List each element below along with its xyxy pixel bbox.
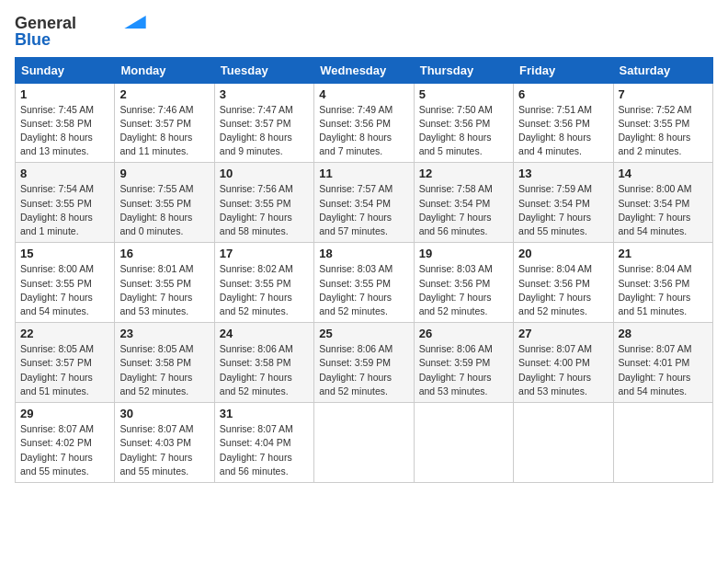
day-number: 25 — [319, 327, 408, 340]
calendar-cell: 30 Sunrise: 8:07 AMSunset: 4:03 PMDaylig… — [115, 403, 214, 483]
calendar-body: 1 Sunrise: 7:45 AMSunset: 3:58 PMDayligh… — [16, 83, 713, 482]
day-detail: Sunrise: 8:07 AMSunset: 4:00 PMDaylight:… — [518, 342, 608, 398]
day-detail: Sunrise: 8:07 AMSunset: 4:03 PMDaylight:… — [119, 422, 209, 478]
svg-marker-0 — [124, 16, 145, 29]
day-detail: Sunrise: 8:06 AMSunset: 3:58 PMDaylight:… — [220, 342, 309, 398]
day-detail: Sunrise: 7:49 AMSunset: 3:56 PMDaylight:… — [319, 103, 408, 159]
calendar-cell: 24 Sunrise: 8:06 AMSunset: 3:58 PMDaylig… — [214, 323, 313, 403]
day-detail: Sunrise: 8:06 AMSunset: 3:59 PMDaylight:… — [319, 342, 408, 398]
day-detail: Sunrise: 8:07 AMSunset: 4:01 PMDaylight:… — [619, 342, 708, 398]
day-detail: Sunrise: 7:55 AMSunset: 3:55 PMDaylight:… — [119, 182, 209, 238]
day-number: 22 — [20, 327, 109, 340]
day-detail: Sunrise: 7:52 AMSunset: 3:55 PMDaylight:… — [619, 103, 708, 159]
day-number: 24 — [220, 327, 309, 340]
calendar-cell: 21 Sunrise: 8:04 AMSunset: 3:56 PMDaylig… — [613, 243, 712, 323]
day-number: 31 — [220, 407, 309, 420]
day-detail: Sunrise: 8:05 AMSunset: 3:57 PMDaylight:… — [20, 342, 109, 398]
day-number: 14 — [619, 167, 708, 180]
day-detail: Sunrise: 7:58 AMSunset: 3:54 PMDaylight:… — [419, 182, 508, 238]
day-detail: Sunrise: 8:00 AMSunset: 3:55 PMDaylight:… — [20, 262, 109, 318]
day-number: 26 — [419, 327, 508, 340]
calendar-cell: 16 Sunrise: 8:01 AMSunset: 3:55 PMDaylig… — [115, 243, 214, 323]
calendar-cell: 8 Sunrise: 7:54 AMSunset: 3:55 PMDayligh… — [16, 163, 115, 243]
day-detail: Sunrise: 7:54 AMSunset: 3:55 PMDaylight:… — [20, 182, 109, 238]
calendar-cell: 5 Sunrise: 7:50 AMSunset: 3:56 PMDayligh… — [414, 83, 513, 163]
day-number: 17 — [220, 247, 309, 260]
calendar-cell: 18 Sunrise: 8:03 AMSunset: 3:55 PMDaylig… — [314, 243, 414, 323]
day-number: 16 — [119, 247, 209, 260]
day-number: 30 — [119, 407, 209, 420]
calendar-cell: 28 Sunrise: 8:07 AMSunset: 4:01 PMDaylig… — [613, 323, 712, 403]
calendar-cell: 17 Sunrise: 8:02 AMSunset: 3:55 PMDaylig… — [214, 243, 313, 323]
day-number: 6 — [518, 87, 608, 101]
calendar-cell: 19 Sunrise: 8:03 AMSunset: 3:56 PMDaylig… — [414, 243, 513, 323]
day-number: 20 — [518, 247, 608, 260]
day-number: 9 — [119, 167, 209, 180]
calendar-cell: 25 Sunrise: 8:06 AMSunset: 3:59 PMDaylig… — [314, 323, 414, 403]
day-number: 1 — [20, 87, 109, 101]
day-detail: Sunrise: 7:51 AMSunset: 3:56 PMDaylight:… — [518, 103, 608, 159]
calendar-cell: 10 Sunrise: 7:56 AMSunset: 3:55 PMDaylig… — [214, 163, 313, 243]
day-number: 21 — [619, 247, 708, 260]
day-number: 18 — [319, 247, 408, 260]
calendar-cell: 9 Sunrise: 7:55 AMSunset: 3:55 PMDayligh… — [115, 163, 214, 243]
calendar-cell: 4 Sunrise: 7:49 AMSunset: 3:56 PMDayligh… — [314, 83, 414, 163]
day-detail: Sunrise: 8:00 AMSunset: 3:54 PMDaylight:… — [619, 182, 708, 238]
calendar-header-saturday: Saturday — [613, 57, 712, 83]
calendar-table: SundayMondayTuesdayWednesdayThursdayFrid… — [15, 57, 713, 483]
day-number: 5 — [419, 87, 508, 101]
calendar-cell: 7 Sunrise: 7:52 AMSunset: 3:55 PMDayligh… — [613, 83, 712, 163]
calendar-week-4: 22 Sunrise: 8:05 AMSunset: 3:57 PMDaylig… — [16, 323, 713, 403]
day-number: 12 — [419, 167, 508, 180]
day-number: 7 — [619, 87, 708, 101]
day-number: 2 — [119, 87, 209, 101]
calendar-cell: 3 Sunrise: 7:47 AMSunset: 3:57 PMDayligh… — [214, 83, 313, 163]
day-detail: Sunrise: 8:02 AMSunset: 3:55 PMDaylight:… — [220, 262, 309, 318]
day-number: 11 — [319, 167, 408, 180]
calendar-cell: 27 Sunrise: 8:07 AMSunset: 4:00 PMDaylig… — [514, 323, 613, 403]
day-detail: Sunrise: 7:59 AMSunset: 3:54 PMDaylight:… — [518, 182, 608, 238]
calendar-header-sunday: Sunday — [16, 57, 115, 83]
day-number: 27 — [518, 327, 608, 340]
calendar-week-3: 15 Sunrise: 8:00 AMSunset: 3:55 PMDaylig… — [16, 243, 713, 323]
day-number: 19 — [419, 247, 508, 260]
day-number: 3 — [220, 87, 309, 101]
calendar-cell: 13 Sunrise: 7:59 AMSunset: 3:54 PMDaylig… — [514, 163, 613, 243]
calendar-cell — [514, 403, 613, 483]
day-number: 8 — [20, 167, 109, 180]
logo-blue: Blue — [15, 31, 51, 50]
calendar-week-2: 8 Sunrise: 7:54 AMSunset: 3:55 PMDayligh… — [16, 163, 713, 243]
day-detail: Sunrise: 8:07 AMSunset: 4:02 PMDaylight:… — [20, 422, 109, 478]
day-detail: Sunrise: 8:05 AMSunset: 3:58 PMDaylight:… — [119, 342, 209, 398]
day-detail: Sunrise: 7:56 AMSunset: 3:55 PMDaylight:… — [220, 182, 309, 238]
calendar-header-thursday: Thursday — [414, 57, 513, 83]
calendar-header-tuesday: Tuesday — [214, 57, 313, 83]
day-detail: Sunrise: 7:57 AMSunset: 3:54 PMDaylight:… — [319, 182, 408, 238]
day-number: 29 — [20, 407, 109, 420]
day-number: 4 — [319, 87, 408, 101]
calendar-cell: 6 Sunrise: 7:51 AMSunset: 3:56 PMDayligh… — [514, 83, 613, 163]
calendar-cell: 26 Sunrise: 8:06 AMSunset: 3:59 PMDaylig… — [414, 323, 513, 403]
calendar-header-monday: Monday — [115, 57, 214, 83]
day-number: 10 — [220, 167, 309, 180]
calendar-cell: 14 Sunrise: 8:00 AMSunset: 3:54 PMDaylig… — [613, 163, 712, 243]
calendar-header-row: SundayMondayTuesdayWednesdayThursdayFrid… — [16, 57, 713, 83]
day-detail: Sunrise: 8:04 AMSunset: 3:56 PMDaylight:… — [619, 262, 708, 318]
calendar-cell — [613, 403, 712, 483]
calendar-cell: 22 Sunrise: 8:05 AMSunset: 3:57 PMDaylig… — [16, 323, 115, 403]
calendar-cell: 20 Sunrise: 8:04 AMSunset: 3:56 PMDaylig… — [514, 243, 613, 323]
calendar-cell: 29 Sunrise: 8:07 AMSunset: 4:02 PMDaylig… — [16, 403, 115, 483]
day-detail: Sunrise: 8:06 AMSunset: 3:59 PMDaylight:… — [419, 342, 508, 398]
page-header: General Blue — [15, 15, 713, 50]
day-detail: Sunrise: 7:47 AMSunset: 3:57 PMDaylight:… — [220, 103, 309, 159]
calendar-week-5: 29 Sunrise: 8:07 AMSunset: 4:02 PMDaylig… — [16, 403, 713, 483]
calendar-cell: 2 Sunrise: 7:46 AMSunset: 3:57 PMDayligh… — [115, 83, 214, 163]
day-detail: Sunrise: 8:04 AMSunset: 3:56 PMDaylight:… — [518, 262, 608, 318]
logo: General Blue — [15, 15, 146, 50]
calendar-cell: 31 Sunrise: 8:07 AMSunset: 4:04 PMDaylig… — [214, 403, 313, 483]
calendar-cell: 1 Sunrise: 7:45 AMSunset: 3:58 PMDayligh… — [16, 83, 115, 163]
day-number: 28 — [619, 327, 708, 340]
calendar-cell: 11 Sunrise: 7:57 AMSunset: 3:54 PMDaylig… — [314, 163, 414, 243]
calendar-cell — [414, 403, 513, 483]
day-number: 15 — [20, 247, 109, 260]
